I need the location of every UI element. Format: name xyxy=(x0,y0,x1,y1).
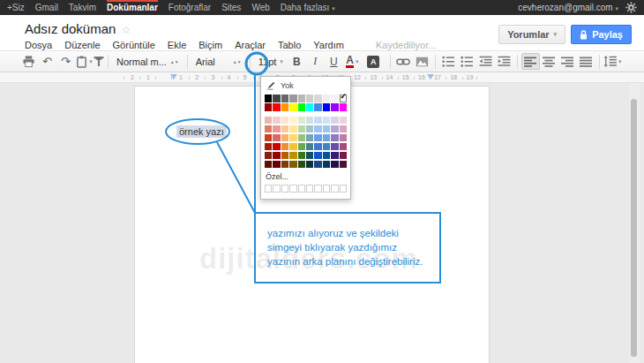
numbered-list-button[interactable] xyxy=(439,53,458,70)
menu-yard-m[interactable]: Yardım xyxy=(313,40,344,50)
color-swatch-b45f06[interactable] xyxy=(281,152,288,160)
color-swatch-6d9eeb[interactable] xyxy=(314,134,321,142)
menu-dosya[interactable]: Dosya xyxy=(25,40,52,50)
page-title[interactable]: Adsız doküman☆ xyxy=(25,21,131,36)
custom-swatch-3[interactable] xyxy=(289,185,296,193)
align-justify-button[interactable] xyxy=(577,53,595,70)
underline-button[interactable]: U xyxy=(325,53,343,70)
line-spacing-button[interactable]: ▾ xyxy=(603,53,622,70)
color-swatch-6fa8dc[interactable] xyxy=(323,134,330,142)
color-swatch-0c343d[interactable] xyxy=(306,161,313,169)
color-swatch-76a5af[interactable] xyxy=(306,134,313,142)
color-swatch-1155cc[interactable] xyxy=(314,152,321,160)
menu-tablo[interactable]: Tablo xyxy=(278,40,301,50)
color-swatch-8e7cc3[interactable] xyxy=(331,134,338,142)
color-swatch-d0e0e3[interactable] xyxy=(306,117,313,125)
menu-bi-im[interactable]: Biçim xyxy=(198,40,222,50)
insert-link-button[interactable] xyxy=(394,53,413,70)
account-menu[interactable]: cevherozan@gmail.com ▾ xyxy=(518,3,618,12)
font-select[interactable]: Arial ▲▼ xyxy=(191,57,246,67)
menu-ara-lar[interactable]: Araçlar xyxy=(235,40,266,50)
decrease-indent-button[interactable] xyxy=(476,53,495,70)
color-swatch-d9d9d9[interactable] xyxy=(314,95,321,102)
color-swatch-ead1dc[interactable] xyxy=(340,117,347,125)
redo-icon[interactable]: ↷ xyxy=(56,53,75,70)
color-swatch-6aa84f[interactable] xyxy=(298,143,305,151)
custom-swatch-2[interactable] xyxy=(281,185,288,193)
color-swatch-980000[interactable] xyxy=(265,103,272,111)
menu-d-zenle[interactable]: Düzenle xyxy=(64,40,100,50)
custom-swatch-4[interactable] xyxy=(298,185,305,193)
text-color-button[interactable]: A ▾ xyxy=(343,53,362,70)
color-swatch-45818e[interactable] xyxy=(306,143,313,151)
color-swatch-00ff00[interactable] xyxy=(298,103,305,111)
color-swatch-674ea7[interactable] xyxy=(331,143,338,151)
color-swatch-c9daf8[interactable] xyxy=(314,117,321,125)
custom-swatch-1[interactable] xyxy=(273,185,280,193)
color-swatch-5b0f00[interactable] xyxy=(265,161,272,169)
color-swatch-cccccc[interactable] xyxy=(306,95,313,102)
color-swatch-9fc5e8[interactable] xyxy=(323,125,330,133)
topbar-link-takvim[interactable]: Takvim xyxy=(69,0,96,15)
color-swatch-fce5cd[interactable] xyxy=(281,117,288,125)
color-none-option[interactable]: Yok xyxy=(265,79,347,95)
color-swatch-d9ead3[interactable] xyxy=(298,117,305,125)
align-left-button[interactable] xyxy=(521,53,540,70)
color-swatch-ffffff[interactable]: ✓ xyxy=(340,95,347,102)
color-swatch-4c1130[interactable] xyxy=(340,161,347,169)
topbar-link-sites[interactable]: Sites xyxy=(221,0,241,15)
color-swatch-ff0000[interactable] xyxy=(273,103,280,111)
color-swatch-990000[interactable] xyxy=(273,152,280,160)
color-swatch-b7b7b7[interactable] xyxy=(298,95,305,102)
gear-icon[interactable] xyxy=(625,2,637,13)
color-swatch-a61c00[interactable] xyxy=(265,143,272,151)
topbar-more-menu[interactable]: Daha fazlası ▾ xyxy=(281,0,335,16)
color-swatch-741b47[interactable] xyxy=(340,152,347,160)
color-swatch-d5a6bd[interactable] xyxy=(340,125,347,133)
color-swatch-fff2cc[interactable] xyxy=(289,117,296,125)
color-swatch-b6d7a8[interactable] xyxy=(298,125,305,133)
color-swatch-9900ff[interactable] xyxy=(331,103,338,111)
color-swatch-f4cccc[interactable] xyxy=(273,117,280,125)
color-swatch-666666[interactable] xyxy=(281,95,288,102)
custom-swatch-5[interactable] xyxy=(306,185,313,193)
color-swatch-cc4125[interactable] xyxy=(265,134,272,142)
color-swatch-d9d2e9[interactable] xyxy=(331,117,338,125)
color-swatch-f1c232[interactable] xyxy=(289,143,296,151)
color-swatch-20124d[interactable] xyxy=(331,161,338,169)
topbar-link-web[interactable]: Web xyxy=(251,0,269,15)
custom-swatch-8[interactable] xyxy=(331,185,338,193)
custom-color-link[interactable]: Özel... xyxy=(266,172,346,181)
font-size-select[interactable]: 11pt ▾ xyxy=(254,57,288,67)
italic-button[interactable]: I xyxy=(306,53,325,70)
custom-swatch-9[interactable] xyxy=(340,185,347,193)
left-margin-marker[interactable] xyxy=(170,74,177,79)
paint-format-button[interactable]: T xyxy=(94,57,104,69)
undo-icon[interactable]: ↶ xyxy=(38,53,56,70)
color-swatch-e6b8af[interactable] xyxy=(265,117,272,125)
increase-indent-button[interactable] xyxy=(495,53,513,70)
comments-button[interactable]: Yorumlar ▾ xyxy=(498,25,565,44)
color-swatch-f3f3f3[interactable] xyxy=(331,95,338,102)
color-swatch-4a86e8[interactable] xyxy=(314,103,321,111)
color-swatch-b4a7d6[interactable] xyxy=(331,125,338,133)
align-right-button[interactable] xyxy=(558,53,577,70)
color-swatch-3d85c6[interactable] xyxy=(323,143,330,151)
selected-sample-text[interactable]: örnek yazı xyxy=(176,125,227,138)
color-swatch-783f04[interactable] xyxy=(281,161,288,169)
color-swatch-ea9999[interactable] xyxy=(273,125,280,133)
color-swatch-e06666[interactable] xyxy=(273,134,280,142)
color-swatch-000000[interactable] xyxy=(265,95,272,102)
color-swatch-0b5394[interactable] xyxy=(323,152,330,160)
color-swatch-134f5c[interactable] xyxy=(306,152,313,160)
topbar-link-gmail[interactable]: Gmail xyxy=(35,0,58,15)
color-swatch-ffff00[interactable] xyxy=(289,103,296,111)
align-center-button[interactable] xyxy=(540,53,558,70)
color-swatch-38761d[interactable] xyxy=(298,152,305,160)
color-swatch-efefef[interactable] xyxy=(323,95,330,102)
color-swatch-7f6000[interactable] xyxy=(289,161,296,169)
share-button[interactable]: Paylaş xyxy=(571,25,632,44)
color-swatch-a4c2f4[interactable] xyxy=(314,125,321,133)
color-swatch-ffd966[interactable] xyxy=(289,134,296,142)
color-swatch-ffe599[interactable] xyxy=(289,125,296,133)
